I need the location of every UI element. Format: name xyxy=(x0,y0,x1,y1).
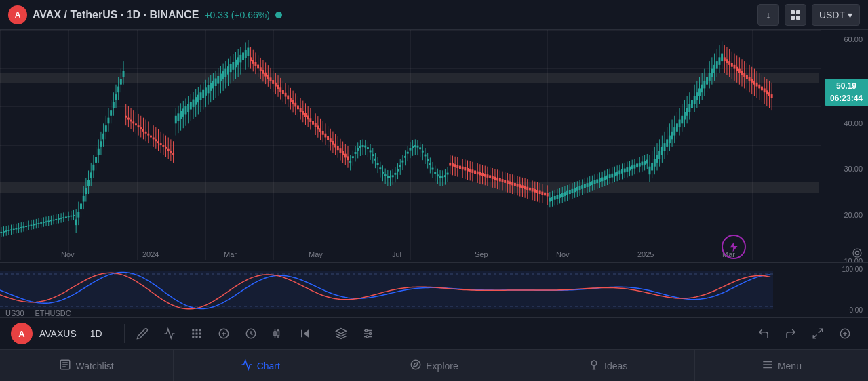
menu-icon xyxy=(762,359,774,374)
bar-replay-button[interactable] xyxy=(266,321,290,346)
svg-point-31 xyxy=(365,329,367,332)
chevron-down-icon: ▾ xyxy=(848,9,852,20)
svg-rect-12 xyxy=(192,336,194,338)
toolbar-symbol[interactable]: AVAXUS xyxy=(39,328,77,339)
svg-rect-14 xyxy=(199,336,201,338)
svg-point-4 xyxy=(856,252,859,255)
back-skip-button[interactable] xyxy=(293,321,317,346)
svg-rect-3 xyxy=(796,16,800,20)
top-bar-left: A AVAX / TetherUS · 1D · BINANCE +0.33 (… xyxy=(8,5,282,24)
avax-logo[interactable]: A xyxy=(8,5,27,24)
indicators-button[interactable] xyxy=(184,321,209,346)
svg-rect-13 xyxy=(195,336,197,338)
toolbar-separator-1 xyxy=(124,324,125,343)
svg-rect-22 xyxy=(277,331,279,336)
explore-label: Explore xyxy=(426,361,458,372)
top-bar: A AVAX / TetherUS · 1D · BINANCE +0.33 (… xyxy=(0,0,868,30)
toolbar-interval[interactable]: 1D xyxy=(85,325,108,342)
undo-button[interactable] xyxy=(751,321,776,346)
svg-marker-27 xyxy=(336,329,346,334)
svg-rect-10 xyxy=(195,333,197,335)
svg-rect-6 xyxy=(192,329,194,331)
stoch-y-100: 100.00 xyxy=(826,266,863,273)
menu-label: Menu xyxy=(778,361,802,372)
watchlist-label: Watchlist xyxy=(75,361,113,372)
ideas-icon xyxy=(588,359,600,374)
nav-ideas[interactable]: Ideas xyxy=(521,350,695,381)
y-label-40: 40.00 xyxy=(821,119,863,127)
chart-label: Chart xyxy=(257,361,280,372)
svg-rect-9 xyxy=(192,333,194,335)
stoch-y-axis: 100.00 0.00 xyxy=(821,263,868,317)
svg-rect-19 xyxy=(274,332,276,336)
layers-button[interactable] xyxy=(329,321,353,346)
current-price-label: 50.19 06:23:44 xyxy=(825,79,868,106)
svg-point-33 xyxy=(366,336,368,338)
status-dot xyxy=(275,12,282,18)
toolbar-separator-2 xyxy=(323,324,323,343)
svg-rect-7 xyxy=(195,329,197,331)
add-plot-button[interactable] xyxy=(212,321,236,346)
chart-nav-icon xyxy=(241,359,253,374)
top-bar-right: ↓ USDT ▾ xyxy=(757,4,860,26)
svg-line-34 xyxy=(819,329,823,332)
stoch-area: Stoch 14 1 3 100.00 0.00 xyxy=(0,262,868,317)
toolbar-logo[interactable]: A xyxy=(11,323,33,344)
currency-selector[interactable]: USDT ▾ xyxy=(812,4,860,26)
x-settings-button[interactable] xyxy=(849,245,865,261)
more-tools-button[interactable] xyxy=(833,321,857,346)
svg-rect-0 xyxy=(791,10,795,14)
svg-point-32 xyxy=(369,333,371,335)
layout-button[interactable] xyxy=(785,4,806,26)
svg-point-5 xyxy=(853,249,861,257)
explore-icon xyxy=(410,359,422,374)
settings-button[interactable] xyxy=(356,321,380,346)
chart-type-button[interactable] xyxy=(157,321,182,346)
svg-line-35 xyxy=(813,335,816,338)
svg-point-45 xyxy=(591,361,597,366)
nav-watchlist[interactable]: Watchlist xyxy=(0,350,174,381)
nav-menu[interactable]: Menu xyxy=(695,350,868,381)
svg-rect-8 xyxy=(199,329,201,331)
price-change: +0.33 (+0.66%) xyxy=(204,9,270,20)
svg-rect-1 xyxy=(796,10,800,14)
draw-pencil-button[interactable] xyxy=(130,321,155,346)
svg-marker-44 xyxy=(414,362,418,366)
svg-marker-25 xyxy=(303,329,309,338)
stoch-y-0: 0.00 xyxy=(826,306,863,314)
fullscreen-button[interactable] xyxy=(806,321,830,346)
svg-point-43 xyxy=(412,360,421,369)
replay-button[interactable] xyxy=(239,321,263,346)
redo-button[interactable] xyxy=(778,321,803,346)
toolbar: A AVAXUS 1D xyxy=(0,317,868,350)
watchlist-icon xyxy=(59,359,71,374)
svg-rect-2 xyxy=(791,16,795,20)
download-button[interactable]: ↓ xyxy=(757,4,779,26)
bottom-nav: Watchlist Chart Explore Ideas xyxy=(0,350,868,381)
chart-area: 50.19 06:23:44 60.00 40.00 30.00 20.00 1… xyxy=(0,30,868,317)
nav-explore[interactable]: Explore xyxy=(347,350,521,381)
svg-rect-11 xyxy=(199,333,201,335)
ideas-label: Ideas xyxy=(604,361,627,372)
y-label-30: 30.00 xyxy=(821,165,863,173)
y-label-20: 20.00 xyxy=(821,211,863,219)
symbol-title: AVAX / TetherUS · 1D · BINANCE xyxy=(33,9,199,21)
y-label-60: 60.00 xyxy=(821,35,863,43)
nav-chart[interactable]: Chart xyxy=(174,350,347,381)
